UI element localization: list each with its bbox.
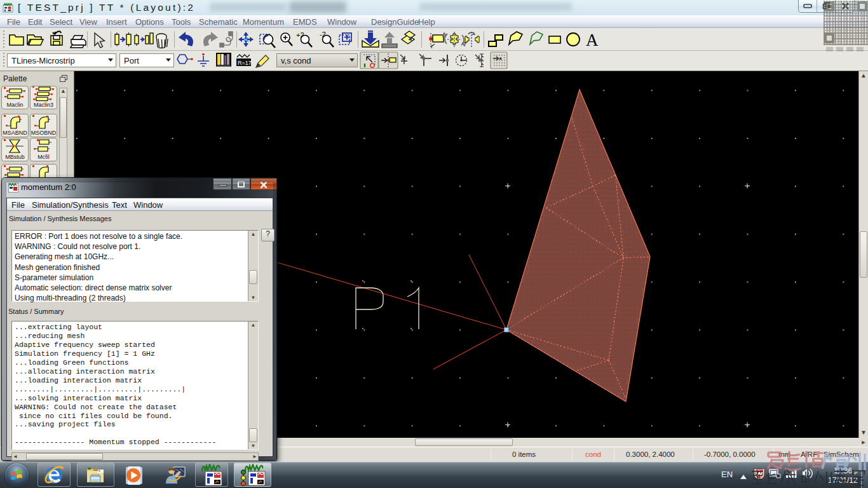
svg-text:A: A: [586, 30, 599, 50]
svg-text:R=17: R=17: [238, 60, 252, 66]
